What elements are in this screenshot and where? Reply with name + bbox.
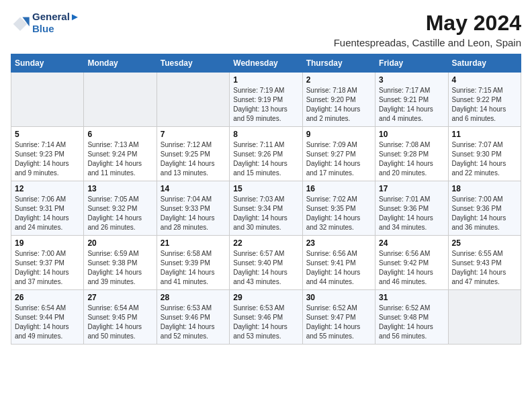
day-cell: 29Sunrise: 6:53 AMSunset: 9:46 PMDayligh… (230, 290, 302, 345)
day-cell (448, 290, 521, 345)
day-info: Sunrise: 7:07 AMSunset: 9:30 PMDaylight:… (452, 140, 517, 178)
day-info: Sunrise: 7:14 AMSunset: 9:23 PMDaylight:… (15, 140, 80, 178)
day-cell: 10Sunrise: 7:08 AMSunset: 9:28 PMDayligh… (375, 127, 448, 181)
weekday-header-sunday: Sunday (11, 54, 84, 73)
day-info: Sunrise: 7:08 AMSunset: 9:28 PMDaylight:… (379, 140, 444, 178)
day-cell: 17Sunrise: 7:01 AMSunset: 9:36 PMDayligh… (375, 181, 448, 236)
day-info: Sunrise: 7:13 AMSunset: 9:24 PMDaylight:… (87, 140, 152, 178)
day-number: 14 (161, 184, 226, 193)
day-number: 27 (87, 293, 152, 302)
day-number: 24 (379, 238, 444, 248)
day-number: 30 (306, 293, 371, 302)
day-cell: 7Sunrise: 7:12 AMSunset: 9:25 PMDaylight… (157, 127, 229, 181)
day-info: Sunrise: 7:05 AMSunset: 9:32 PMDaylight:… (87, 195, 152, 232)
main-title: May 2024 (334, 11, 521, 36)
day-number: 10 (379, 130, 444, 139)
day-info: Sunrise: 7:00 AMSunset: 9:36 PMDaylight:… (452, 195, 517, 232)
day-info: Sunrise: 6:52 AMSunset: 9:47 PMDaylight:… (306, 304, 371, 341)
day-info: Sunrise: 7:03 AMSunset: 9:34 PMDaylight:… (233, 195, 298, 232)
day-number: 26 (15, 293, 80, 302)
day-number: 20 (87, 238, 152, 248)
day-number: 19 (15, 238, 80, 248)
day-cell: 1Sunrise: 7:19 AMSunset: 9:19 PMDaylight… (230, 73, 302, 127)
logo-icon (11, 15, 30, 31)
day-cell: 14Sunrise: 7:04 AMSunset: 9:33 PMDayligh… (157, 181, 229, 236)
logo: General► Blue (11, 11, 80, 35)
day-number: 12 (15, 184, 80, 193)
day-info: Sunrise: 6:56 AMSunset: 9:42 PMDaylight:… (379, 249, 444, 287)
day-cell: 5Sunrise: 7:14 AMSunset: 9:23 PMDaylight… (11, 127, 84, 181)
weekday-header-wednesday: Wednesday (230, 54, 302, 73)
logo-text-line2: Blue (32, 23, 80, 35)
week-row-3: 12Sunrise: 7:06 AMSunset: 9:31 PMDayligh… (11, 181, 521, 236)
day-number: 4 (452, 75, 517, 85)
day-info: Sunrise: 7:17 AMSunset: 9:21 PMDaylight:… (379, 86, 444, 124)
day-info: Sunrise: 6:53 AMSunset: 9:46 PMDaylight:… (233, 304, 298, 341)
day-info: Sunrise: 7:04 AMSunset: 9:33 PMDaylight:… (161, 195, 226, 232)
day-cell: 6Sunrise: 7:13 AMSunset: 9:24 PMDaylight… (84, 127, 157, 181)
day-number: 17 (379, 184, 444, 193)
day-info: Sunrise: 6:54 AMSunset: 9:44 PMDaylight:… (15, 304, 80, 341)
day-number: 15 (233, 184, 298, 193)
day-cell: 26Sunrise: 6:54 AMSunset: 9:44 PMDayligh… (11, 290, 84, 345)
day-number: 23 (306, 238, 371, 248)
day-info: Sunrise: 6:56 AMSunset: 9:41 PMDaylight:… (306, 249, 371, 287)
day-number: 8 (233, 130, 298, 139)
day-cell: 18Sunrise: 7:00 AMSunset: 9:36 PMDayligh… (448, 181, 521, 236)
day-info: Sunrise: 7:00 AMSunset: 9:37 PMDaylight:… (15, 249, 80, 287)
day-cell: 20Sunrise: 6:59 AMSunset: 9:38 PMDayligh… (84, 236, 157, 290)
day-cell: 15Sunrise: 7:03 AMSunset: 9:34 PMDayligh… (230, 181, 302, 236)
day-cell: 8Sunrise: 7:11 AMSunset: 9:26 PMDaylight… (230, 127, 302, 181)
day-number: 25 (452, 238, 517, 248)
day-info: Sunrise: 7:12 AMSunset: 9:25 PMDaylight:… (161, 140, 226, 178)
day-cell: 21Sunrise: 6:58 AMSunset: 9:39 PMDayligh… (157, 236, 229, 290)
day-info: Sunrise: 6:52 AMSunset: 9:48 PMDaylight:… (379, 304, 444, 341)
day-number: 7 (161, 130, 226, 139)
day-number: 3 (379, 75, 444, 85)
day-number: 5 (15, 130, 80, 139)
day-cell (84, 73, 157, 127)
day-number: 13 (87, 184, 152, 193)
day-info: Sunrise: 6:54 AMSunset: 9:45 PMDaylight:… (87, 304, 152, 341)
day-cell: 13Sunrise: 7:05 AMSunset: 9:32 PMDayligh… (84, 181, 157, 236)
day-number: 1 (233, 75, 298, 85)
calendar-table: SundayMondayTuesdayWednesdayThursdayFrid… (11, 54, 521, 345)
day-cell: 28Sunrise: 6:53 AMSunset: 9:46 PMDayligh… (157, 290, 229, 345)
weekday-header-row: SundayMondayTuesdayWednesdayThursdayFrid… (11, 54, 521, 73)
day-cell: 4Sunrise: 7:15 AMSunset: 9:22 PMDaylight… (448, 73, 521, 127)
day-info: Sunrise: 6:57 AMSunset: 9:40 PMDaylight:… (233, 249, 298, 287)
weekday-header-friday: Friday (375, 54, 448, 73)
day-number: 11 (452, 130, 517, 139)
day-info: Sunrise: 6:55 AMSunset: 9:43 PMDaylight:… (452, 249, 517, 287)
day-number: 2 (306, 75, 371, 85)
weekday-header-thursday: Thursday (302, 54, 375, 73)
day-info: Sunrise: 7:19 AMSunset: 9:19 PMDaylight:… (233, 86, 298, 124)
day-cell: 19Sunrise: 7:00 AMSunset: 9:37 PMDayligh… (11, 236, 84, 290)
day-cell: 16Sunrise: 7:02 AMSunset: 9:35 PMDayligh… (302, 181, 375, 236)
day-cell (11, 73, 84, 127)
day-cell: 9Sunrise: 7:09 AMSunset: 9:27 PMDaylight… (302, 127, 375, 181)
day-cell: 30Sunrise: 6:52 AMSunset: 9:47 PMDayligh… (302, 290, 375, 345)
weekday-header-tuesday: Tuesday (157, 54, 229, 73)
day-number: 16 (306, 184, 371, 193)
header: General► Blue May 2024 Fuentespreadas, C… (11, 11, 521, 48)
day-info: Sunrise: 7:18 AMSunset: 9:20 PMDaylight:… (306, 86, 371, 124)
day-number: 29 (233, 293, 298, 302)
week-row-4: 19Sunrise: 7:00 AMSunset: 9:37 PMDayligh… (11, 236, 521, 290)
day-number: 31 (379, 293, 444, 302)
day-cell: 3Sunrise: 7:17 AMSunset: 9:21 PMDaylight… (375, 73, 448, 127)
day-cell: 24Sunrise: 6:56 AMSunset: 9:42 PMDayligh… (375, 236, 448, 290)
day-info: Sunrise: 7:15 AMSunset: 9:22 PMDaylight:… (452, 86, 517, 124)
day-number: 22 (233, 238, 298, 248)
logo-text-line1: General► (32, 11, 80, 23)
day-number: 28 (161, 293, 226, 302)
weekday-header-monday: Monday (84, 54, 157, 73)
day-cell: 23Sunrise: 6:56 AMSunset: 9:41 PMDayligh… (302, 236, 375, 290)
week-row-5: 26Sunrise: 6:54 AMSunset: 9:44 PMDayligh… (11, 290, 521, 345)
day-number: 21 (161, 238, 226, 248)
day-number: 6 (87, 130, 152, 139)
day-info: Sunrise: 7:09 AMSunset: 9:27 PMDaylight:… (306, 140, 371, 178)
day-cell: 25Sunrise: 6:55 AMSunset: 9:43 PMDayligh… (448, 236, 521, 290)
day-info: Sunrise: 6:59 AMSunset: 9:38 PMDaylight:… (87, 249, 152, 287)
title-area: May 2024 Fuentespreadas, Castille and Le… (334, 11, 521, 48)
